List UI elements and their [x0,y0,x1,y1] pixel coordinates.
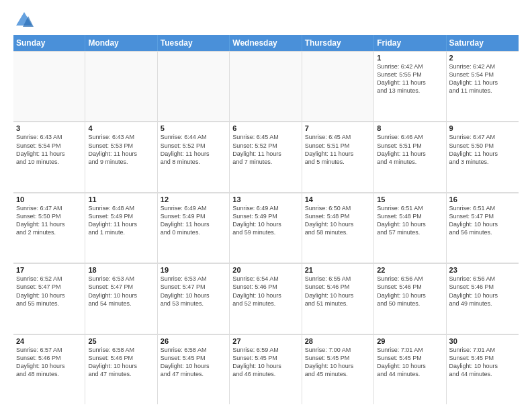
logo [13,11,34,30]
day-info: Sunrise: 6:56 AM Sunset: 5:46 PM Dayligh… [449,275,516,308]
day-info: Sunrise: 6:47 AM Sunset: 5:50 PM Dayligh… [449,133,516,166]
day-number: 29 [377,337,443,345]
header-day-thursday: Thursday [302,35,374,51]
day-cell-28: 28Sunrise: 7:00 AM Sunset: 5:45 PM Dayli… [302,334,374,404]
day-info: Sunrise: 6:42 AM Sunset: 5:54 PM Dayligh… [449,62,516,95]
day-number: 21 [305,266,371,274]
header-day-tuesday: Tuesday [158,35,230,51]
day-cell-21: 21Sunrise: 6:55 AM Sunset: 5:46 PM Dayli… [302,263,374,333]
day-cell-27: 27Sunrise: 6:59 AM Sunset: 5:45 PM Dayli… [230,334,302,404]
day-cell-20: 20Sunrise: 6:54 AM Sunset: 5:46 PM Dayli… [230,263,302,333]
day-cell-10: 10Sunrise: 6:47 AM Sunset: 5:50 PM Dayli… [13,193,85,263]
header [13,11,519,30]
day-cell-19: 19Sunrise: 6:53 AM Sunset: 5:47 PM Dayli… [158,263,230,333]
day-info: Sunrise: 6:45 AM Sunset: 5:51 PM Dayligh… [305,133,371,166]
day-number: 18 [88,266,154,274]
day-number: 13 [232,195,298,203]
day-number: 17 [16,266,82,274]
day-info: Sunrise: 6:53 AM Sunset: 5:47 PM Dayligh… [161,275,226,308]
empty-cell [302,51,374,121]
day-info: Sunrise: 6:45 AM Sunset: 5:52 PM Dayligh… [232,133,298,166]
day-info: Sunrise: 6:54 AM Sunset: 5:46 PM Dayligh… [232,275,298,308]
day-info: Sunrise: 6:47 AM Sunset: 5:50 PM Dayligh… [16,204,82,237]
day-cell-25: 25Sunrise: 6:58 AM Sunset: 5:46 PM Dayli… [85,334,157,404]
day-cell-5: 5Sunrise: 6:44 AM Sunset: 5:52 PM Daylig… [158,122,230,191]
day-number: 25 [88,337,154,345]
day-number: 6 [232,124,298,132]
calendar-week-4: 17Sunrise: 6:52 AM Sunset: 5:47 PM Dayli… [13,263,519,334]
day-info: Sunrise: 6:58 AM Sunset: 5:45 PM Dayligh… [161,346,226,379]
day-number: 4 [88,124,154,132]
day-info: Sunrise: 6:51 AM Sunset: 5:47 PM Dayligh… [449,204,516,237]
day-info: Sunrise: 6:43 AM Sunset: 5:53 PM Dayligh… [88,133,154,166]
day-number: 1 [377,54,443,62]
day-info: Sunrise: 7:01 AM Sunset: 5:45 PM Dayligh… [377,346,443,379]
header-day-sunday: Sunday [13,35,85,51]
day-number: 8 [377,124,443,132]
day-number: 3 [16,124,82,132]
day-number: 28 [305,337,371,345]
header-day-saturday: Saturday [447,35,519,51]
day-info: Sunrise: 6:46 AM Sunset: 5:51 PM Dayligh… [377,133,443,166]
day-cell-16: 16Sunrise: 6:51 AM Sunset: 5:47 PM Dayli… [447,193,519,263]
logo-icon [15,11,34,30]
day-number: 10 [16,195,82,203]
day-cell-30: 30Sunrise: 7:01 AM Sunset: 5:45 PM Dayli… [447,334,519,404]
calendar-header: SundayMondayTuesdayWednesdayThursdayFrid… [13,35,519,51]
day-number: 23 [449,266,516,274]
day-info: Sunrise: 6:49 AM Sunset: 5:49 PM Dayligh… [161,204,226,237]
day-info: Sunrise: 7:00 AM Sunset: 5:45 PM Dayligh… [305,346,371,379]
calendar: SundayMondayTuesdayWednesdayThursdayFrid… [13,35,519,404]
day-info: Sunrise: 6:57 AM Sunset: 5:46 PM Dayligh… [16,346,82,379]
day-cell-26: 26Sunrise: 6:58 AM Sunset: 5:45 PM Dayli… [158,334,230,404]
calendar-week-3: 10Sunrise: 6:47 AM Sunset: 5:50 PM Dayli… [13,193,519,263]
day-number: 27 [232,337,298,345]
day-info: Sunrise: 7:01 AM Sunset: 5:45 PM Dayligh… [449,346,516,379]
day-number: 26 [161,337,226,345]
day-cell-15: 15Sunrise: 6:51 AM Sunset: 5:48 PM Dayli… [374,193,446,263]
header-day-friday: Friday [374,35,446,51]
calendar-week-1: 1Sunrise: 6:42 AM Sunset: 5:55 PM Daylig… [13,51,519,122]
day-cell-17: 17Sunrise: 6:52 AM Sunset: 5:47 PM Dayli… [13,263,85,333]
header-day-monday: Monday [85,35,157,51]
day-cell-1: 1Sunrise: 6:42 AM Sunset: 5:55 PM Daylig… [374,51,446,121]
day-number: 7 [305,124,371,132]
empty-cell [85,51,157,121]
day-cell-18: 18Sunrise: 6:53 AM Sunset: 5:47 PM Dayli… [85,263,157,333]
empty-cell [230,51,302,121]
calendar-week-2: 3Sunrise: 6:43 AM Sunset: 5:54 PM Daylig… [13,122,519,192]
day-info: Sunrise: 6:42 AM Sunset: 5:55 PM Dayligh… [377,62,443,95]
day-info: Sunrise: 6:50 AM Sunset: 5:48 PM Dayligh… [305,204,371,237]
day-number: 19 [161,266,226,274]
day-number: 5 [161,124,226,132]
day-cell-8: 8Sunrise: 6:46 AM Sunset: 5:51 PM Daylig… [374,122,446,191]
calendar-week-5: 24Sunrise: 6:57 AM Sunset: 5:46 PM Dayli… [13,334,519,404]
day-cell-14: 14Sunrise: 6:50 AM Sunset: 5:48 PM Dayli… [302,193,374,263]
calendar-body: 1Sunrise: 6:42 AM Sunset: 5:55 PM Daylig… [13,51,519,404]
day-cell-9: 9Sunrise: 6:47 AM Sunset: 5:50 PM Daylig… [447,122,519,191]
empty-cell [158,51,230,121]
day-cell-4: 4Sunrise: 6:43 AM Sunset: 5:53 PM Daylig… [85,122,157,191]
day-info: Sunrise: 6:48 AM Sunset: 5:49 PM Dayligh… [88,204,154,237]
day-number: 9 [449,124,516,132]
day-cell-23: 23Sunrise: 6:56 AM Sunset: 5:46 PM Dayli… [447,263,519,333]
day-cell-13: 13Sunrise: 6:49 AM Sunset: 5:49 PM Dayli… [230,193,302,263]
day-info: Sunrise: 6:59 AM Sunset: 5:45 PM Dayligh… [232,346,298,379]
day-info: Sunrise: 6:56 AM Sunset: 5:46 PM Dayligh… [377,275,443,308]
day-cell-3: 3Sunrise: 6:43 AM Sunset: 5:54 PM Daylig… [13,122,85,191]
day-info: Sunrise: 6:43 AM Sunset: 5:54 PM Dayligh… [16,133,82,166]
day-info: Sunrise: 6:52 AM Sunset: 5:47 PM Dayligh… [16,275,82,308]
day-number: 14 [305,195,371,203]
page: SundayMondayTuesdayWednesdayThursdayFrid… [0,0,532,411]
day-cell-11: 11Sunrise: 6:48 AM Sunset: 5:49 PM Dayli… [85,193,157,263]
day-cell-22: 22Sunrise: 6:56 AM Sunset: 5:46 PM Dayli… [374,263,446,333]
day-number: 24 [16,337,82,345]
day-info: Sunrise: 6:49 AM Sunset: 5:49 PM Dayligh… [232,204,298,237]
day-number: 16 [449,195,516,203]
day-number: 22 [377,266,443,274]
day-number: 2 [449,54,516,62]
header-day-wednesday: Wednesday [230,35,302,51]
day-number: 20 [232,266,298,274]
day-cell-29: 29Sunrise: 7:01 AM Sunset: 5:45 PM Dayli… [374,334,446,404]
day-number: 12 [161,195,226,203]
